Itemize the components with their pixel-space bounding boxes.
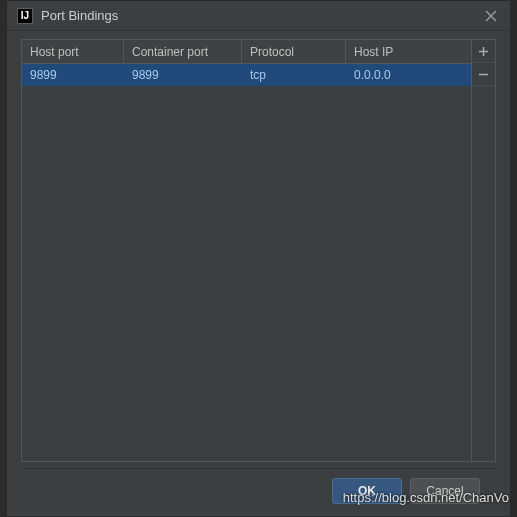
port-bindings-table-wrap: Host port Container port Protocol Host I… — [21, 39, 496, 462]
port-bindings-dialog: IJ Port Bindings Host port Container por… — [6, 0, 511, 517]
cell-container-port[interactable]: 9899 — [124, 64, 242, 86]
add-row-button[interactable] — [472, 40, 495, 63]
dialog-content: Host port Container port Protocol Host I… — [7, 31, 510, 516]
col-header-host-port[interactable]: Host port — [22, 40, 124, 63]
col-header-protocol[interactable]: Protocol — [242, 40, 346, 63]
table-side-toolbar — [472, 39, 496, 462]
app-icon: IJ — [17, 8, 33, 24]
cancel-button[interactable]: Cancel — [410, 478, 480, 504]
cell-protocol[interactable]: tcp — [242, 64, 346, 86]
table-body[interactable]: 9899 9899 tcp 0.0.0.0 — [22, 64, 471, 461]
minus-icon — [478, 69, 489, 80]
table-header: Host port Container port Protocol Host I… — [22, 40, 471, 64]
col-header-host-ip[interactable]: Host IP — [346, 40, 471, 63]
plus-icon — [478, 46, 489, 57]
dialog-title: Port Bindings — [41, 8, 482, 23]
remove-row-button[interactable] — [472, 63, 495, 86]
col-header-container-port[interactable]: Container port — [124, 40, 242, 63]
table-row[interactable]: 9899 9899 tcp 0.0.0.0 — [22, 64, 471, 86]
dialog-button-row: OK Cancel — [21, 468, 496, 516]
cell-host-port[interactable]: 9899 — [22, 64, 124, 86]
cell-host-ip[interactable]: 0.0.0.0 — [346, 64, 471, 86]
titlebar: IJ Port Bindings — [7, 1, 510, 31]
ok-button[interactable]: OK — [332, 478, 402, 504]
close-button[interactable] — [482, 7, 500, 25]
port-bindings-table[interactable]: Host port Container port Protocol Host I… — [21, 39, 472, 462]
close-icon — [485, 10, 497, 22]
